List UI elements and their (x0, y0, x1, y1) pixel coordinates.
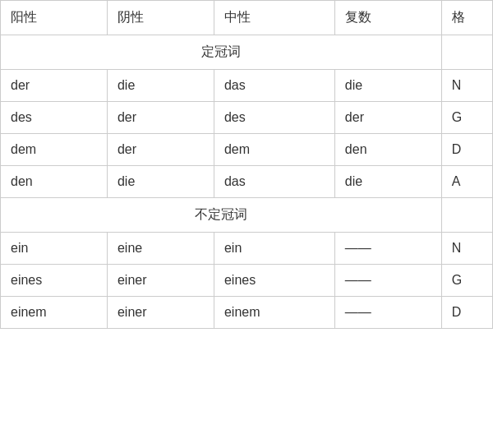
cell-1-0-c5: N (441, 233, 492, 265)
cell-0-0-c4: die (334, 70, 441, 102)
cell-0-3-c3: das (214, 166, 334, 198)
cell-0-2-c3: dem (214, 134, 334, 166)
cell-0-2-c1: dem (1, 134, 108, 166)
section-title-1: 不定冠词 (1, 198, 442, 233)
cell-1-1-c1: eines (1, 265, 108, 297)
table-row: derdiedasdieN (1, 70, 493, 102)
cell-1-2-c2: einer (107, 297, 214, 329)
cell-0-3-c1: den (1, 166, 108, 198)
cell-1-0-c4: —— (334, 233, 441, 265)
table-row: desderdesderG (1, 102, 493, 134)
cell-1-0-c3: ein (214, 233, 334, 265)
cell-0-0-c1: der (1, 70, 108, 102)
table-header-row: 阳性 阴性 中性 复数 格 (1, 1, 493, 35)
section-title-0: 定冠词 (1, 35, 442, 70)
german-articles-table: 阳性 阴性 中性 复数 格 定冠词derdiedasdieNdesderdesd… (0, 0, 493, 329)
cell-1-2-c1: einem (1, 297, 108, 329)
table-row: einemeinereinem——D (1, 297, 493, 329)
cell-0-1-c1: des (1, 102, 108, 134)
cell-1-1-c4: —— (334, 265, 441, 297)
cell-0-0-c5: N (441, 70, 492, 102)
header-plural: 复数 (334, 1, 441, 35)
section-header-0: 定冠词 (1, 35, 493, 70)
table-body: 定冠词derdiedasdieNdesderdesderGdemderdemde… (1, 35, 493, 329)
cell-1-2-c5: D (441, 297, 492, 329)
cell-0-0-c3: das (214, 70, 334, 102)
cell-1-1-c5: G (441, 265, 492, 297)
cell-1-1-c2: einer (107, 265, 214, 297)
cell-0-3-c2: die (107, 166, 214, 198)
cell-0-1-c3: des (214, 102, 334, 134)
table-row: eineineein——N (1, 233, 493, 265)
header-case: 格 (441, 1, 492, 35)
cell-1-2-c4: —— (334, 297, 441, 329)
section-empty-1 (441, 198, 492, 233)
cell-1-2-c3: einem (214, 297, 334, 329)
section-header-1: 不定冠词 (1, 198, 493, 233)
header-masculine: 阳性 (1, 1, 108, 35)
cell-0-0-c2: die (107, 70, 214, 102)
table-row: eineseinereines——G (1, 265, 493, 297)
cell-0-2-c5: D (441, 134, 492, 166)
table-row: demderdemdenD (1, 134, 493, 166)
cell-1-0-c2: eine (107, 233, 214, 265)
section-empty-0 (441, 35, 492, 70)
header-neuter: 中性 (214, 1, 334, 35)
cell-0-3-c5: A (441, 166, 492, 198)
table-row: dendiedasdieA (1, 166, 493, 198)
cell-1-0-c1: ein (1, 233, 108, 265)
cell-0-1-c2: der (107, 102, 214, 134)
header-feminine: 阴性 (107, 1, 214, 35)
cell-0-2-c4: den (334, 134, 441, 166)
cell-0-3-c4: die (334, 166, 441, 198)
cell-0-2-c2: der (107, 134, 214, 166)
cell-1-1-c3: eines (214, 265, 334, 297)
cell-0-1-c5: G (441, 102, 492, 134)
cell-0-1-c4: der (334, 102, 441, 134)
